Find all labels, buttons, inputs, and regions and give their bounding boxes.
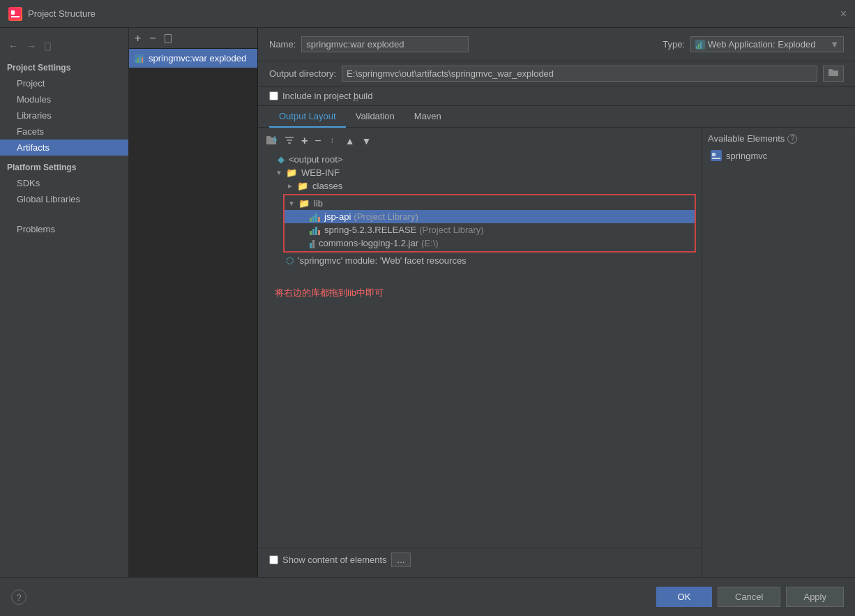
tab-validation[interactable]: Validation (346, 106, 404, 128)
svg-rect-23 (712, 153, 716, 156)
show-content-checkbox[interactable] (269, 555, 278, 564)
app-logo (8, 7, 22, 21)
svg-rect-4 (135, 60, 137, 63)
svg-rect-2 (11, 10, 15, 15)
tree-arrow-lib[interactable]: ▼ (287, 200, 296, 207)
toolbar-up-btn[interactable]: ▲ (342, 134, 358, 148)
show-content-more-button[interactable]: ... (391, 553, 411, 567)
type-select[interactable]: Web Application: Exploded ▼ (690, 36, 844, 52)
include-in-build-row: Include in project build (258, 87, 855, 106)
toolbar-filter-btn[interactable] (282, 134, 297, 149)
tree-item-classes[interactable]: ► 📁 classes (264, 179, 702, 193)
artifact-item-icon (135, 54, 144, 63)
toolbar-add-btn[interactable]: + (298, 133, 310, 149)
svg-rect-19 (288, 142, 291, 144)
commons-suffix: (E:\) (421, 238, 439, 248)
type-field-group: Type: Web Application: Exploded ▼ (663, 36, 844, 52)
commons-label: commons-logging-1.2.jar (319, 238, 418, 248)
available-module-icon (711, 150, 722, 161)
toolbar-down-btn[interactable]: ▼ (359, 134, 374, 148)
tab-maven[interactable]: Maven (404, 106, 451, 128)
sidebar-item-libraries[interactable]: Libraries (0, 107, 128, 123)
sidebar-item-global-libraries[interactable]: Global Libraries (0, 191, 128, 207)
jsp-api-icon (310, 212, 320, 222)
toolbar-put-btn[interactable] (264, 134, 280, 149)
bottom-left: ? (11, 589, 27, 605)
classes-label: classes (312, 181, 342, 191)
available-elements-header: Available Elements ? (708, 133, 849, 144)
tree-arrow-classes[interactable]: ► (286, 182, 294, 190)
back-button[interactable]: ← (6, 39, 21, 53)
tree-item-output-root[interactable]: ◆ <output root> (264, 153, 702, 166)
output-dir-row: Output directory: E:\springmvc\out\artif… (258, 61, 855, 87)
history-button[interactable]: ⎕ (42, 39, 53, 53)
tree-item-lib[interactable]: ▼ 📁 lib (285, 197, 695, 210)
svg-rect-10 (698, 44, 699, 49)
artifact-item-springmvc[interactable]: springmvc:war exploded (129, 49, 257, 68)
available-elements-help-icon[interactable]: ? (787, 134, 797, 144)
nav-toolbar: ← → ⎕ (0, 33, 128, 59)
svg-rect-5 (137, 58, 139, 63)
close-button[interactable]: × (840, 8, 847, 20)
spring-suffix: (Project Library) (419, 225, 483, 235)
name-input[interactable]: springmvc:war exploded (301, 36, 469, 52)
spring-label: spring-5.2.3.RELEASE (324, 225, 416, 235)
jsp-api-label: jsp-api (324, 211, 351, 222)
tree-arrow-web-inf[interactable]: ▼ (275, 169, 283, 176)
output-content: + − ↕ ▲ ▼ ◆ <output root> (258, 128, 855, 577)
sidebar-item-problems[interactable]: Problems (0, 221, 128, 237)
jsp-api-suffix: (Project Library) (354, 211, 418, 222)
toolbar-remove-btn[interactable]: − (312, 133, 324, 149)
available-springmvc-label: springmvc (726, 151, 767, 161)
main-layout: ← → ⎕ Project Settings Project Modules L… (0, 28, 855, 577)
artifact-copy-button[interactable]: ⎕ (162, 31, 174, 45)
tree-item-web-inf[interactable]: ▼ 📁 WEB-INF (264, 166, 702, 179)
sidebar-item-facets[interactable]: Facets (0, 123, 128, 140)
lib-label: lib (314, 198, 323, 209)
available-item-springmvc[interactable]: springmvc (708, 148, 849, 163)
output-dir-browse-button[interactable] (823, 66, 844, 82)
forward-button[interactable]: → (24, 39, 39, 53)
output-dir-input[interactable]: E:\springmvc\out\artifacts\springmvc_war… (342, 66, 817, 82)
svg-rect-17 (285, 137, 294, 138)
content-panel: Name: springmvc:war exploded Type: Web A… (258, 28, 855, 577)
svg-rect-9 (696, 46, 697, 49)
tabs-bar: Output Layout Validation Maven (258, 106, 855, 128)
svg-rect-1 (11, 16, 20, 17)
content-header: Name: springmvc:war exploded Type: Web A… (258, 28, 855, 61)
bottom-bar: ? OK Cancel Apply (0, 577, 855, 616)
layout-toolbar: + − ↕ ▲ ▼ (258, 133, 702, 153)
artifact-toolbar: + − ⎕ (129, 28, 257, 49)
artifact-add-button[interactable]: + (132, 31, 144, 45)
tree-item-spring-release[interactable]: spring-5.2.3.RELEASE (Project Library) (285, 223, 695, 236)
svg-rect-22 (712, 158, 720, 159)
artifact-panel: + − ⎕ springmvc:war exploded (129, 28, 258, 577)
module-icon: ⬡ (286, 255, 294, 266)
type-label: Type: (663, 39, 685, 50)
sidebar-item-sdks[interactable]: SDKs (0, 175, 128, 191)
output-root-icon: ◆ (278, 154, 285, 165)
sidebar-item-project[interactable]: Project (0, 75, 128, 91)
sidebar-item-modules[interactable]: Modules (0, 91, 128, 107)
tab-output-layout[interactable]: Output Layout (269, 106, 346, 128)
cancel-button[interactable]: Cancel (718, 587, 780, 607)
tree-panel: + − ↕ ▲ ▼ ◆ <output root> (258, 128, 702, 577)
apply-button[interactable]: Apply (786, 587, 844, 607)
tree-item-springmvc-module[interactable]: ⬡ 'springmvc' module: 'Web' facet resour… (264, 254, 702, 267)
toolbar-sort-btn[interactable]: ↕ (326, 134, 341, 149)
springmvc-module-label: 'springmvc' module: 'Web' facet resource… (298, 255, 467, 266)
ok-button[interactable]: OK (656, 587, 712, 607)
help-button[interactable]: ? (11, 589, 27, 605)
include-in-build-checkbox[interactable] (269, 91, 278, 100)
type-value: Web Application: Exploded (708, 39, 815, 50)
output-root-label: <output root> (289, 154, 342, 165)
sidebar-item-artifacts[interactable]: Artifacts (0, 140, 128, 156)
title-bar: Project Structure × (0, 0, 855, 28)
tree-item-jsp-api[interactable]: jsp-api (Project Library) (285, 210, 695, 223)
sidebar: ← → ⎕ Project Settings Project Modules L… (0, 28, 129, 577)
commons-icon (310, 239, 315, 248)
lib-folder-icon: 📁 (298, 198, 310, 209)
artifact-remove-button[interactable]: − (146, 31, 158, 45)
svg-rect-7 (142, 57, 143, 63)
tree-item-commons-logging[interactable]: commons-logging-1.2.jar (E:\) (285, 236, 695, 250)
